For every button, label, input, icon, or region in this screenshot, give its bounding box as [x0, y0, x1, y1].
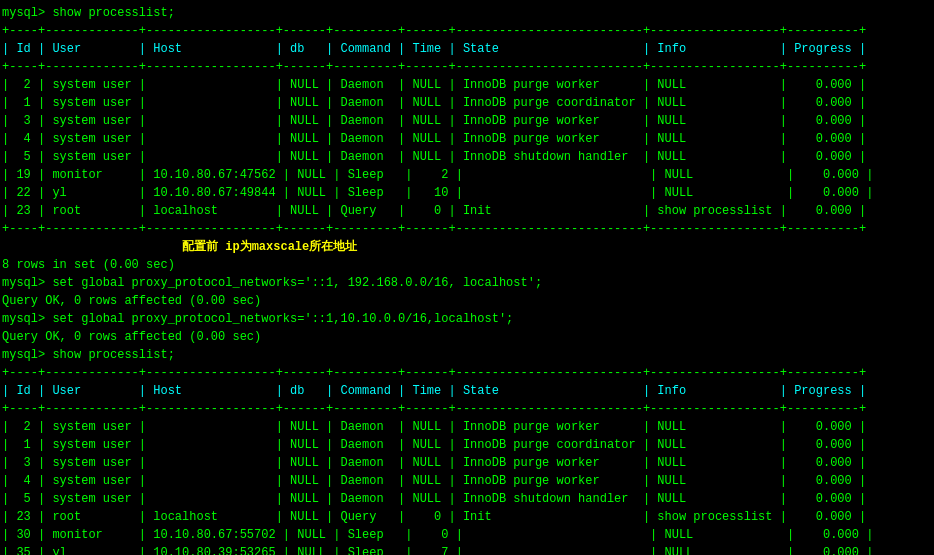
terminal-line: +----+-------------+------------------+-… [2, 220, 932, 238]
terminal-line: mysql> show processlist; [2, 346, 932, 364]
terminal-line: | 23 | root | localhost | NULL | Query |… [2, 202, 932, 220]
terminal-line: Query OK, 0 rows affected (0.00 sec) [2, 328, 932, 346]
terminal-window: mysql> show processlist;+----+----------… [2, 4, 932, 555]
terminal-line: mysql> set global proxy_protocol_network… [2, 274, 932, 292]
terminal-line: | 1 | system user | | NULL | Daemon | NU… [2, 94, 932, 112]
terminal-line: | 30 | monitor | 10.10.80.67:55702 | NUL… [2, 526, 932, 544]
terminal-line: | Id | User | Host | db | Command | Time… [2, 382, 932, 400]
terminal-line: | 22 | yl | 10.10.80.67:49844 | NULL | S… [2, 184, 932, 202]
terminal-line: | 1 | system user | | NULL | Daemon | NU… [2, 436, 932, 454]
terminal-line: mysql> set global proxy_protocol_network… [2, 310, 932, 328]
terminal-line: | 5 | system user | | NULL | Daemon | NU… [2, 490, 932, 508]
terminal-line: +----+-------------+------------------+-… [2, 364, 932, 382]
terminal-line: | 35 | yl | 10.10.80.39:53265 | NULL | S… [2, 544, 932, 555]
terminal-line: | 4 | system user | | NULL | Daemon | NU… [2, 472, 932, 490]
terminal-line: +----+-------------+------------------+-… [2, 400, 932, 418]
terminal-line: | Id | User | Host | db | Command | Time… [2, 40, 932, 58]
terminal-line: | 19 | monitor | 10.10.80.67:47562 | NUL… [2, 166, 932, 184]
rows-count-1: 8 rows in set (0.00 sec) [2, 256, 932, 274]
terminal-line: | 3 | system user | | NULL | Daemon | NU… [2, 454, 932, 472]
terminal-line: | 4 | system user | | NULL | Daemon | NU… [2, 130, 932, 148]
terminal-line: mysql> show processlist; [2, 4, 932, 22]
terminal-line: +----+-------------+------------------+-… [2, 22, 932, 40]
terminal-line: 配置前 ip为maxscale所在地址 [2, 238, 932, 256]
terminal-line: | 23 | root | localhost | NULL | Query |… [2, 508, 932, 526]
terminal-line: +----+-------------+------------------+-… [2, 58, 932, 76]
terminal-line: Query OK, 0 rows affected (0.00 sec) [2, 292, 932, 310]
terminal-line: | 3 | system user | | NULL | Daemon | NU… [2, 112, 932, 130]
terminal-line: | 2 | system user | | NULL | Daemon | NU… [2, 418, 932, 436]
terminal-line: | 5 | system user | | NULL | Daemon | NU… [2, 148, 932, 166]
terminal-line: | 2 | system user | | NULL | Daemon | NU… [2, 76, 932, 94]
